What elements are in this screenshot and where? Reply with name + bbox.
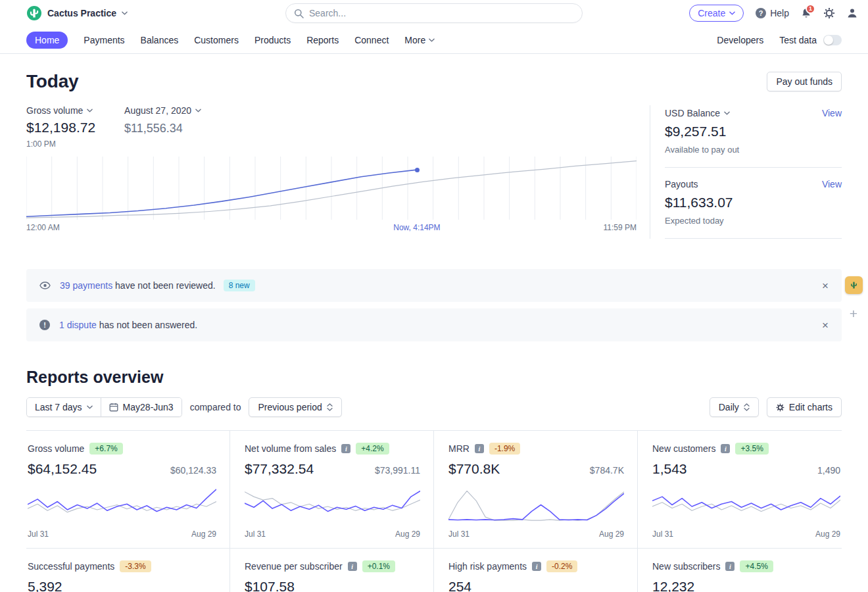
- payments-review-alert: 39 payments have not been reviewed. 8 ne…: [26, 269, 842, 302]
- info-icon: i: [348, 562, 357, 571]
- nav-item-home[interactable]: Home: [26, 32, 68, 49]
- compare-value: $11,556.34: [124, 122, 201, 136]
- nav-item-customers[interactable]: Customers: [194, 35, 239, 45]
- axis-end-label: Aug 29: [191, 530, 216, 539]
- metric-value: 1,543: [652, 461, 687, 477]
- pay-out-funds-button[interactable]: Pay out funds: [767, 72, 842, 91]
- payouts-label: Payouts: [665, 179, 698, 189]
- settings-button[interactable]: [823, 7, 835, 19]
- profile-button[interactable]: [847, 8, 857, 18]
- metric-value: $77,332.54: [245, 461, 314, 477]
- info-icon: i: [341, 444, 350, 453]
- account-name: Cactus Practice: [47, 8, 116, 18]
- metric-value: 254: [448, 579, 471, 592]
- search-bar[interactable]: [285, 3, 583, 23]
- nav-item-products[interactable]: Products: [254, 35, 291, 45]
- axis-start-label: Jul 31: [245, 530, 266, 539]
- metric-compare-value: 1,490: [817, 465, 840, 476]
- metric-title: MRR: [448, 443, 470, 454]
- metric-sparkline: [28, 486, 216, 527]
- metric-change-badge: -1.9%: [489, 443, 520, 455]
- nav-item-payments[interactable]: Payments: [84, 35, 124, 45]
- gear-icon: [776, 403, 784, 412]
- metric-card[interactable]: Revenue per subscriber i +0.1% $107.58 J…: [230, 549, 434, 592]
- chevron-down-icon: [87, 109, 93, 112]
- metric-value: 5,392: [28, 579, 62, 592]
- account-switcher[interactable]: Cactus Practice: [26, 5, 128, 21]
- granularity-select[interactable]: Daily: [710, 397, 759, 417]
- comparison-select[interactable]: Previous period: [249, 397, 341, 417]
- today-title: Today: [26, 71, 78, 92]
- gross-volume-time: 1:00 PM: [26, 139, 95, 149]
- edit-charts-button[interactable]: Edit charts: [767, 397, 842, 417]
- comparison-label: Previous period: [258, 402, 322, 412]
- edit-charts-label: Edit charts: [789, 402, 832, 412]
- create-label: Create: [698, 8, 725, 18]
- compare-date-label: August 27, 2020: [124, 105, 191, 116]
- metric-compare-value: $73,991.11: [375, 465, 420, 476]
- gear-icon: [823, 7, 835, 19]
- view-payouts-link[interactable]: View: [822, 179, 842, 189]
- close-icon[interactable]: ×: [822, 280, 829, 291]
- top-bar: Cactus Practice Create ? Help 1: [0, 0, 868, 26]
- dispute-link[interactable]: 1 dispute: [59, 320, 97, 330]
- compare-date-dropdown[interactable]: August 27, 2020: [124, 105, 201, 116]
- metric-card[interactable]: New customers i +3.5% 1,543 1,490 Jul 31…: [638, 431, 842, 549]
- info-icon: i: [532, 562, 541, 571]
- test-data-toggle[interactable]: [823, 35, 842, 45]
- pin-button[interactable]: +: [846, 305, 861, 322]
- gross-volume-dropdown[interactable]: Gross volume: [26, 105, 95, 116]
- close-icon[interactable]: ×: [822, 320, 829, 331]
- period-dropdown[interactable]: Last 7 days: [27, 398, 101, 416]
- metric-change-badge: +4.5%: [740, 560, 773, 572]
- metric-card[interactable]: Gross volume +6.7% $64,152.45 $60,124.33…: [26, 431, 230, 549]
- nav-items: HomePaymentsBalancesCustomersProductsRep…: [26, 32, 435, 49]
- nav-item-reports[interactable]: Reports: [306, 35, 339, 45]
- payments-link[interactable]: 39 payments: [60, 280, 112, 291]
- today-chart: [26, 157, 637, 220]
- metric-card[interactable]: Net volume from sales i +4.2% $77,332.54…: [230, 431, 434, 549]
- alert-message: 39 payments have not been reviewed.: [60, 280, 216, 291]
- search-input[interactable]: [309, 8, 574, 18]
- date-range-button[interactable]: May28-Jun3: [101, 398, 181, 416]
- nav-developers[interactable]: Developers: [717, 35, 763, 45]
- reports-section: Reports overview Last 7 days May28-Jun3 …: [26, 368, 842, 592]
- chevron-down-icon: [87, 405, 93, 409]
- view-balance-link[interactable]: View: [822, 108, 842, 118]
- metric-card[interactable]: New subscribers i +4.5% 12,232 Jul 31 Au…: [638, 549, 842, 592]
- metric-card[interactable]: Successful payments -3.3% 5,392 Jul 31 A…: [26, 549, 230, 592]
- metric-card[interactable]: High risk payments i -0.2% 254 Jul 31 Au…: [434, 549, 638, 592]
- axis-end-label: Aug 29: [815, 530, 840, 539]
- nav-item-more[interactable]: More: [404, 35, 435, 45]
- reports-title: Reports overview: [26, 368, 842, 387]
- nav-item-connect[interactable]: Connect: [354, 35, 389, 45]
- alert-message: 1 dispute has not been answered.: [59, 320, 197, 330]
- help-icon: ?: [756, 8, 766, 18]
- cactus-logo-icon: [26, 5, 42, 21]
- metric-change-badge: +4.2%: [356, 443, 389, 455]
- axis-end-label: Aug 29: [599, 530, 624, 539]
- alert-text: has not been answered.: [97, 320, 197, 330]
- usd-balance-dropdown[interactable]: USD Balance: [665, 108, 730, 118]
- alerts-section: 39 payments have not been reviewed. 8 ne…: [26, 269, 842, 341]
- compared-to-label: compared to: [190, 402, 241, 412]
- metric-sparkline: [448, 486, 624, 527]
- help-button[interactable]: ? Help: [756, 8, 789, 18]
- chevron-down-icon: [729, 11, 735, 15]
- metric-compare-value: $784.7K: [590, 465, 624, 476]
- date-range-label: May28-Jun3: [123, 402, 174, 412]
- axis-start-label: 12:00 AM: [26, 223, 60, 232]
- nav-item-balances[interactable]: Balances: [141, 35, 179, 45]
- search-icon: [294, 9, 304, 18]
- eye-icon: [39, 282, 51, 289]
- metric-title: High risk payments: [448, 561, 527, 572]
- axis-start-label: Jul 31: [448, 530, 470, 539]
- granularity-label: Daily: [719, 402, 739, 412]
- metric-sparkline: [245, 486, 420, 527]
- usd-balance-value: $9,257.51: [665, 124, 842, 139]
- metric-card[interactable]: MRR i -1.9% $770.8K $784.7K Jul 31 Aug 2…: [434, 431, 638, 549]
- cactus-extension-icon[interactable]: [845, 276, 863, 294]
- create-button[interactable]: Create: [689, 5, 744, 22]
- notifications-button[interactable]: 1: [801, 8, 811, 19]
- axis-end-label: Aug 29: [395, 530, 420, 539]
